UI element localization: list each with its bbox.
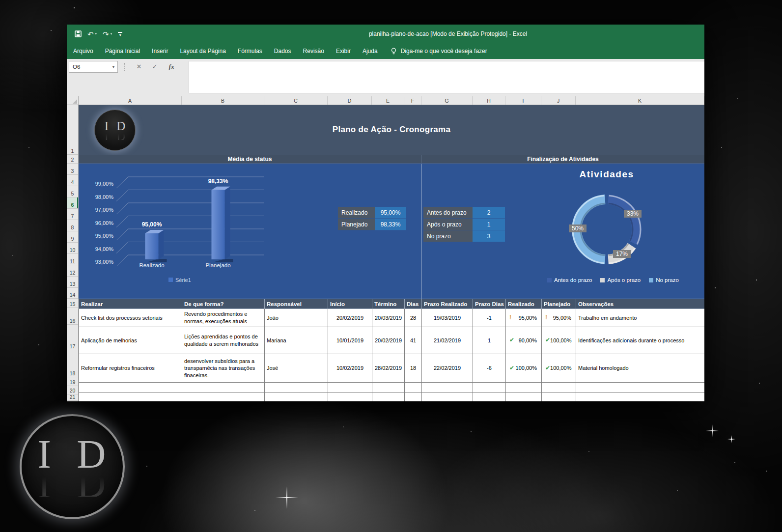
column-header-D[interactable]: D <box>328 96 372 105</box>
svg-text:98,00%: 98,00% <box>95 194 114 200</box>
pct-label-apos: 17% <box>613 250 631 258</box>
insert-function-icon[interactable]: fx <box>165 61 178 72</box>
row-header-8[interactable]: 8 <box>67 220 78 231</box>
summary-value: 98,33% <box>375 219 406 230</box>
sheet-grid: I D I D Plano de Ação - Cronograma Média… <box>79 105 704 401</box>
background-logo-letters: I D <box>30 437 113 472</box>
col-responsavel[interactable]: Responsável <box>265 299 328 309</box>
col-prazo-dias[interactable]: Prazo Dias <box>473 299 506 309</box>
status-icon: ✔ <box>545 364 550 372</box>
row-header-20[interactable]: 20 <box>67 386 78 394</box>
col-realizar[interactable]: Realizar <box>79 299 182 309</box>
col-planejado[interactable]: Planejado <box>542 299 576 309</box>
save-button[interactable] <box>75 30 82 37</box>
enter-icon[interactable]: ✓ <box>148 61 161 72</box>
row-header-19[interactable]: 19 <box>67 377 78 386</box>
tab-pagina-inicial[interactable]: Página Inicial <box>105 48 140 55</box>
tab-exibir[interactable]: Exibir <box>336 48 351 55</box>
row-header-13[interactable]: 13 <box>67 277 78 288</box>
tab-revisao[interactable]: Revisão <box>303 48 324 55</box>
row-header-21[interactable]: 21 <box>67 394 78 401</box>
row-header-5[interactable]: 5 <box>67 186 78 197</box>
col-de-que-forma[interactable]: De que forma? <box>182 299 265 309</box>
save-icon <box>75 30 82 37</box>
tab-formulas[interactable]: Fórmulas <box>238 48 262 55</box>
svg-text:99,00%: 99,00% <box>95 181 114 187</box>
row-header-17[interactable]: 17 <box>67 325 78 350</box>
chevron-down-icon[interactable]: ▼ <box>110 65 117 69</box>
table-header-row: Realizar De que forma? Responsável Iníci… <box>79 299 705 309</box>
status-icon: ✔ <box>509 364 514 372</box>
ribbon-tabs: Arquivo Página Inicial Inserir Layout da… <box>67 43 704 59</box>
titlebar: ↶▾ ↷▾ ▾ planilha-plano-de-acao [Modo de … <box>67 25 704 43</box>
doughnut-chart[interactable]: 33% 17% 50% <box>553 175 661 283</box>
column-header-E[interactable]: E <box>372 96 404 105</box>
row-header-6[interactable]: 6 <box>67 197 78 209</box>
column-header-K[interactable]: K <box>576 96 704 105</box>
tab-arquivo[interactable]: Arquivo <box>73 48 93 55</box>
column-header-J[interactable]: J <box>541 96 576 105</box>
col-observacoes[interactable]: Observações <box>576 299 705 309</box>
legend-item: Antes do prazo <box>547 277 592 283</box>
column-header-C[interactable]: C <box>264 96 328 105</box>
cancel-icon[interactable]: ✕ <box>133 61 145 72</box>
quick-access-toolbar: ↶▾ ↷▾ ▾ <box>75 25 122 43</box>
column-header-A[interactable]: A <box>79 96 182 105</box>
svg-text:97,00%: 97,00% <box>95 207 114 213</box>
col-inicio[interactable]: Início <box>328 299 372 309</box>
tab-dados[interactable]: Dados <box>274 48 291 55</box>
customize-toolbar-button[interactable]: ▾ <box>118 32 122 36</box>
name-box[interactable]: O6 ▼ <box>69 61 118 73</box>
section-header-finalizacao: Finalização de Atividades <box>421 155 704 164</box>
formula-input[interactable] <box>189 61 704 93</box>
name-box-value: O6 <box>69 64 110 70</box>
formula-bar-separator <box>124 63 125 71</box>
row-header-11[interactable]: 11 <box>67 254 78 265</box>
column-header-I[interactable]: I <box>505 96 541 105</box>
section-header-row: Média de status Finalização de Atividade… <box>79 155 704 164</box>
pct-label-no-prazo: 50% <box>569 224 586 232</box>
summary-label: Antes do prazo <box>423 207 473 219</box>
row-header-18[interactable]: 18 <box>67 350 78 377</box>
status-summary-table[interactable]: Realizado 95,00% Planejado 98,33% <box>338 207 406 230</box>
chevron-down-icon: ▾ <box>111 32 112 36</box>
svg-text:93,00%: 93,00% <box>95 259 114 265</box>
row-header-16[interactable]: 16 <box>67 308 78 325</box>
col-prazo-realizado[interactable]: Prazo Realizado <box>422 299 473 309</box>
legend-marker <box>547 278 552 282</box>
bar-chart[interactable]: 99,00%98,00%97,00%96,00%95,00%94,00%93,0… <box>79 167 290 298</box>
task-table: Realizar De que forma? Responsável Iníci… <box>79 299 704 401</box>
doughnut-legend: Antes do prazo Após o prazo No prazo <box>520 277 704 283</box>
activity-summary-table[interactable]: Antes do prazo 2 Após o prazo 1 No prazo… <box>423 207 505 242</box>
row-header-2[interactable]: 2 <box>67 155 78 164</box>
background-logo-reflection: I D <box>30 472 113 497</box>
legend-item: No prazo <box>649 277 679 283</box>
undo-button[interactable]: ↶▾ <box>87 30 97 38</box>
tell-me-box[interactable]: Diga-me o que você deseja fazer <box>391 48 487 55</box>
svg-text:94,00%: 94,00% <box>95 246 114 252</box>
column-header-G[interactable]: G <box>421 96 473 105</box>
select-all-corner[interactable] <box>67 96 79 105</box>
col-realizado[interactable]: Realizado <box>506 299 542 309</box>
tab-ajuda[interactable]: Ajuda <box>363 48 378 55</box>
column-header-H[interactable]: H <box>473 96 505 105</box>
column-headers: ABCDEFGHIJK <box>67 96 704 105</box>
redo-button[interactable]: ↷▾ <box>103 30 112 38</box>
section-divider <box>421 164 422 299</box>
row-header-7[interactable]: 7 <box>67 209 78 220</box>
row-header-10[interactable]: 10 <box>67 243 78 254</box>
row-header-15[interactable]: 15 <box>67 299 78 308</box>
column-header-B[interactable]: B <box>182 96 264 105</box>
row-header-12[interactable]: 12 <box>67 265 78 277</box>
tab-inserir[interactable]: Inserir <box>152 48 168 55</box>
row-header-9[interactable]: 9 <box>67 231 78 243</box>
row-header-1[interactable]: 1 <box>67 105 78 155</box>
column-header-F[interactable]: F <box>404 96 421 105</box>
row-header-3[interactable]: 3 <box>67 164 78 175</box>
col-termino[interactable]: Término <box>372 299 405 309</box>
row-header-4[interactable]: 4 <box>67 175 78 186</box>
row-headers: 123456789101112131415161718192021 <box>67 105 79 401</box>
tab-layout-da-pagina[interactable]: Layout da Página <box>180 48 225 55</box>
row-header-14[interactable]: 14 <box>67 288 78 299</box>
col-dias[interactable]: Dias <box>405 299 422 309</box>
